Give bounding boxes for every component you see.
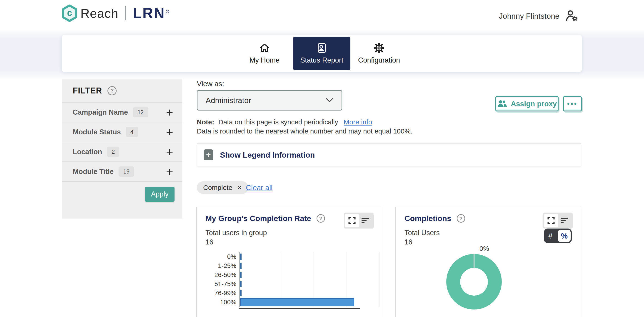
donut-label-zero: 0% <box>480 245 489 252</box>
brand-divider <box>125 6 126 20</box>
note-text: Data on this page is synced periodically <box>218 118 338 126</box>
donut-segment-divider <box>474 254 474 268</box>
total-users-value: 16 <box>404 238 412 246</box>
brand-lrn-text: LRN® <box>133 5 170 22</box>
main-navigation: My Home Status Report <box>62 35 582 72</box>
filter-count-badge: 4 <box>126 127 138 137</box>
chart-view-switcher <box>344 213 374 228</box>
bar-row: 1-25% <box>206 261 374 270</box>
brand-logo: c Reach LRN® <box>62 5 170 22</box>
expand-plus-icon[interactable]: + <box>166 128 173 137</box>
ellipsis-icon: ••• <box>567 100 578 108</box>
table-view-button[interactable] <box>558 214 572 227</box>
bar[interactable] <box>240 272 242 278</box>
bar-row: 76-99% <box>206 288 374 298</box>
app-header: c Reach LRN® Johnny Flintstone <box>0 0 644 30</box>
bar-row: 51-75% <box>206 279 374 288</box>
chevron-down-icon <box>326 98 333 103</box>
bar-row: 26-50% <box>206 270 374 279</box>
help-circle-icon[interactable]: ? <box>316 214 325 223</box>
donut-hole <box>460 268 488 296</box>
filter-label: Module Status <box>73 128 121 136</box>
more-info-link[interactable]: More info <box>344 118 372 126</box>
bar-track <box>240 270 371 279</box>
bar-category-label: 100% <box>206 298 240 306</box>
bar[interactable] <box>240 290 242 296</box>
view-as-value: Administrator <box>206 96 251 105</box>
filter-title: FILTER <box>73 86 102 96</box>
filter-chip-complete[interactable]: Complete ✕ <box>197 181 248 194</box>
note-line-2: Data is rounded to the nearest whole num… <box>197 127 412 135</box>
user-name: Johnny Flintstone <box>499 12 560 21</box>
tab-status-report[interactable]: Status Report <box>293 37 350 70</box>
filter-row-campaign-name[interactable]: Campaign Name 12 + <box>62 102 182 122</box>
card-title: Completions <box>404 214 451 223</box>
svg-text:c: c <box>67 8 72 18</box>
gear-icon <box>374 43 384 54</box>
status-report-icon <box>316 43 327 54</box>
tab-configuration[interactable]: Configuration <box>350 37 408 70</box>
group-completion-rate-card: My Group's Completion Rate ? Total users… <box>196 207 382 317</box>
filter-count-badge: 2 <box>107 147 119 157</box>
tab-label: My Home <box>250 56 280 64</box>
note-prefix: Note: <box>197 118 214 126</box>
bar-track <box>240 279 371 288</box>
bar-category-label: 1-25% <box>206 262 240 269</box>
expand-chart-button[interactable] <box>544 214 558 227</box>
view-as-select[interactable]: Administrator <box>197 90 342 111</box>
table-view-button[interactable] <box>359 214 372 227</box>
completions-card: Completions ? Total Users 16 # % 0% 100% <box>396 207 581 317</box>
filter-count-badge: 12 <box>133 107 148 117</box>
help-circle-icon[interactable]: ? <box>457 214 465 223</box>
assign-proxy-button[interactable]: Assign proxy <box>496 96 558 111</box>
bar-track <box>240 298 371 307</box>
bar-category-label: 0% <box>206 253 240 260</box>
bar[interactable] <box>240 298 354 306</box>
completion-rate-bar-chart: 0%1-25%26-50%51-75%76-99%100% <box>206 252 374 307</box>
bar[interactable] <box>240 263 242 269</box>
manage-account-icon[interactable] <box>565 10 578 22</box>
clear-all-link[interactable]: Clear all <box>246 183 272 192</box>
expand-plus-icon[interactable]: + <box>166 167 173 176</box>
filter-label: Campaign Name <box>73 108 128 116</box>
plus-icon: + <box>204 149 213 160</box>
tab-label: Configuration <box>358 56 400 64</box>
bar-row: 100% <box>206 298 374 307</box>
apply-button[interactable]: Apply <box>145 187 174 202</box>
total-users-label: Total users in group <box>206 229 267 237</box>
chart-view-switcher <box>543 213 573 228</box>
tab-my-home[interactable]: My Home <box>236 37 293 70</box>
expand-plus-icon[interactable]: + <box>166 147 173 156</box>
show-legend-toggle[interactable]: + Show Legend Information <box>197 144 581 166</box>
toggle-number-option[interactable]: # <box>544 231 557 240</box>
filter-row-module-title[interactable]: Module Title 19 + <box>62 161 182 181</box>
donut-ring[interactable] <box>446 254 502 309</box>
filter-label: Module Title <box>73 168 114 176</box>
bar[interactable] <box>240 281 242 287</box>
chip-remove-icon[interactable]: ✕ <box>237 184 242 191</box>
assign-proxy-label: Assign proxy <box>511 100 557 108</box>
number-percent-toggle: # % <box>544 228 572 243</box>
bar-category-label: 76-99% <box>206 289 240 297</box>
filter-row-location[interactable]: Location 2 + <box>62 142 182 161</box>
registered-mark: ® <box>166 9 170 14</box>
home-icon <box>259 43 270 54</box>
bar-category-label: 51-75% <box>206 280 240 288</box>
bar-row: 0% <box>206 252 374 261</box>
user-menu[interactable]: Johnny Flintstone <box>499 10 578 22</box>
toggle-percent-option[interactable]: % <box>558 230 570 242</box>
x-axis-line <box>239 308 360 309</box>
total-users-label: Total Users <box>404 229 440 237</box>
chip-label: Complete <box>203 184 232 191</box>
show-legend-label: Show Legend Information <box>220 151 315 159</box>
filter-row-module-status[interactable]: Module Status 4 + <box>62 122 182 142</box>
help-circle-icon[interactable]: ? <box>108 86 116 95</box>
expand-chart-button[interactable] <box>345 214 359 227</box>
people-icon <box>497 100 507 108</box>
bar[interactable] <box>240 253 242 260</box>
expand-plus-icon[interactable]: + <box>166 108 173 117</box>
filter-label: Location <box>73 148 102 156</box>
more-options-button[interactable]: ••• <box>563 96 582 111</box>
filter-panel: FILTER ? Campaign Name 12 + Module Statu… <box>62 79 182 218</box>
bar-track <box>240 252 371 261</box>
